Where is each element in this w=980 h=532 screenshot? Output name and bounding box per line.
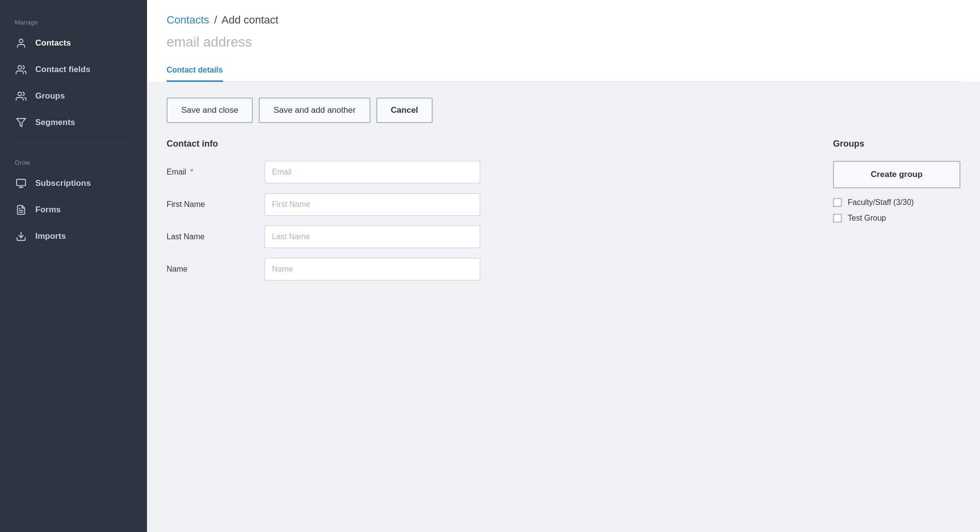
contacts-label: Contacts	[35, 38, 71, 48]
page-header: Contacts / Add contact email address Con…	[147, 0, 980, 82]
first-name-input[interactable]	[265, 193, 480, 216]
contact-fields-icon	[15, 63, 27, 76]
main-content: Contacts / Add contact email address Con…	[147, 0, 980, 532]
sidebar-item-imports[interactable]: Imports	[0, 223, 147, 250]
svg-point-0	[19, 39, 23, 43]
breadcrumb: Contacts / Add contact	[167, 14, 960, 26]
breadcrumb-separator: /	[214, 14, 217, 26]
form-area: Save and close Save and add another Canc…	[147, 82, 980, 532]
sidebar-item-segments[interactable]: Segments	[0, 109, 147, 136]
last-name-input[interactable]	[265, 226, 480, 248]
forms-icon	[15, 203, 27, 216]
contact-info-column: Contact info Email * First Name Last	[167, 139, 804, 290]
faculty-staff-checkbox[interactable]	[833, 198, 842, 207]
save-close-button[interactable]: Save and close	[167, 98, 253, 123]
sidebar-item-contacts[interactable]: Contacts	[0, 30, 147, 56]
grow-section-label: Grow	[0, 150, 147, 170]
email-label: Email *	[167, 168, 265, 177]
first-name-field-row: First Name	[167, 193, 804, 216]
subscriptions-label: Subscriptions	[35, 178, 91, 188]
tabs: Contact details	[167, 60, 960, 82]
segments-icon	[15, 116, 27, 129]
email-address-placeholder: email address	[167, 34, 960, 50]
svg-rect-4	[17, 179, 25, 186]
last-name-field-row: Last Name	[167, 226, 804, 248]
name-field-row: Name	[167, 258, 804, 280]
sidebar-divider	[12, 143, 135, 143]
group-item-test-group[interactable]: Test Group	[833, 214, 960, 223]
subscriptions-icon	[15, 177, 27, 190]
segments-label: Segments	[35, 118, 75, 127]
breadcrumb-link[interactable]: Contacts	[167, 14, 209, 26]
forms-label: Forms	[35, 205, 61, 215]
svg-point-2	[18, 92, 22, 96]
contact-info-title: Contact info	[167, 139, 804, 149]
cancel-button[interactable]: Cancel	[376, 98, 433, 123]
test-group-checkbox[interactable]	[833, 214, 842, 223]
name-label: Name	[167, 265, 265, 274]
faculty-staff-label: Faculty/Staff (3/30)	[848, 198, 914, 207]
imports-icon	[15, 230, 27, 243]
manage-section-label: Manage	[0, 10, 147, 30]
imports-label: Imports	[35, 231, 66, 241]
required-star: *	[190, 168, 193, 176]
groups-column: Groups Create group Faculty/Staff (3/30)…	[833, 139, 960, 229]
svg-point-1	[18, 66, 22, 69]
sidebar-item-groups[interactable]: Groups	[0, 83, 147, 109]
sidebar-item-forms[interactable]: Forms	[0, 197, 147, 223]
svg-marker-3	[17, 119, 25, 127]
email-input[interactable]	[265, 161, 480, 183]
name-input[interactable]	[265, 258, 480, 280]
groups-title: Groups	[833, 139, 960, 149]
sidebar: Manage Contacts Contact fields Groups Se…	[0, 0, 147, 532]
sidebar-item-subscriptions[interactable]: Subscriptions	[0, 170, 147, 197]
tab-contact-details[interactable]: Contact details	[167, 60, 223, 82]
contact-fields-label: Contact fields	[35, 65, 90, 75]
groups-icon	[15, 90, 27, 102]
last-name-label: Last Name	[167, 232, 265, 241]
email-field-row: Email *	[167, 161, 804, 183]
buttons-row: Save and close Save and add another Canc…	[167, 98, 960, 123]
first-name-label: First Name	[167, 200, 265, 209]
test-group-label: Test Group	[848, 214, 886, 223]
breadcrumb-current: Add contact	[221, 14, 278, 26]
contacts-icon	[15, 37, 27, 50]
create-group-button[interactable]: Create group	[833, 161, 960, 188]
save-add-another-button[interactable]: Save and add another	[259, 98, 370, 123]
group-item-faculty-staff[interactable]: Faculty/Staff (3/30)	[833, 198, 960, 207]
groups-label: Groups	[35, 91, 65, 101]
sidebar-item-contact-fields[interactable]: Contact fields	[0, 56, 147, 83]
content-columns: Contact info Email * First Name Last	[167, 139, 960, 290]
